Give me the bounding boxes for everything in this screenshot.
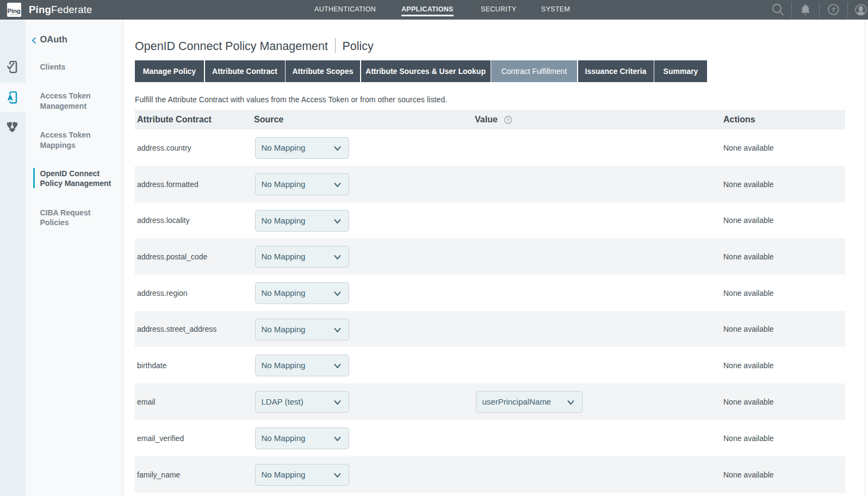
svg-text:?: ?	[832, 7, 835, 13]
svg-text:?: ?	[506, 117, 509, 123]
